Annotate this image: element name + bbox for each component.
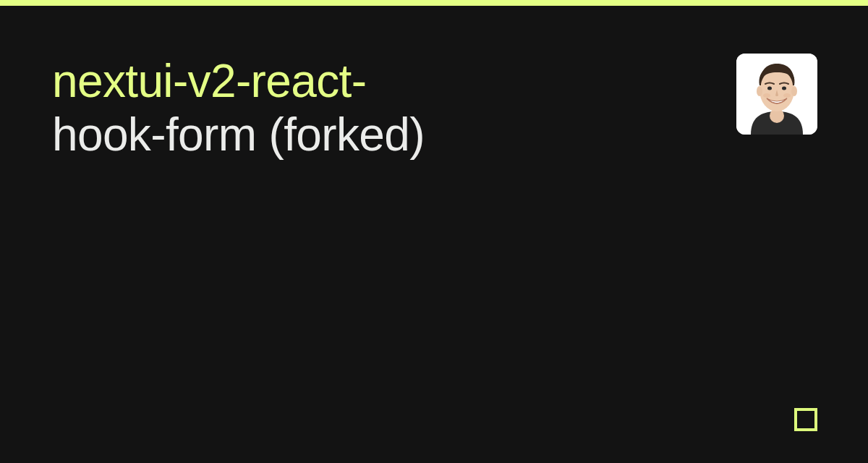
- card-container: nextui-v2-react- hook-form (forked): [0, 6, 868, 463]
- svg-point-4: [791, 86, 797, 96]
- codesandbox-logo-icon: [794, 408, 817, 431]
- sandbox-title: nextui-v2-react- hook-form (forked): [52, 55, 602, 161]
- author-avatar: [736, 54, 817, 135]
- svg-point-6: [782, 87, 786, 90]
- title-accent-segment: nextui-v2-react-: [52, 55, 366, 107]
- accent-bar: [0, 0, 868, 6]
- svg-point-3: [757, 86, 762, 96]
- svg-point-8: [783, 93, 791, 98]
- svg-point-7: [763, 93, 770, 98]
- svg-point-5: [767, 87, 772, 90]
- title-plain-segment: hook-form (forked): [52, 109, 425, 161]
